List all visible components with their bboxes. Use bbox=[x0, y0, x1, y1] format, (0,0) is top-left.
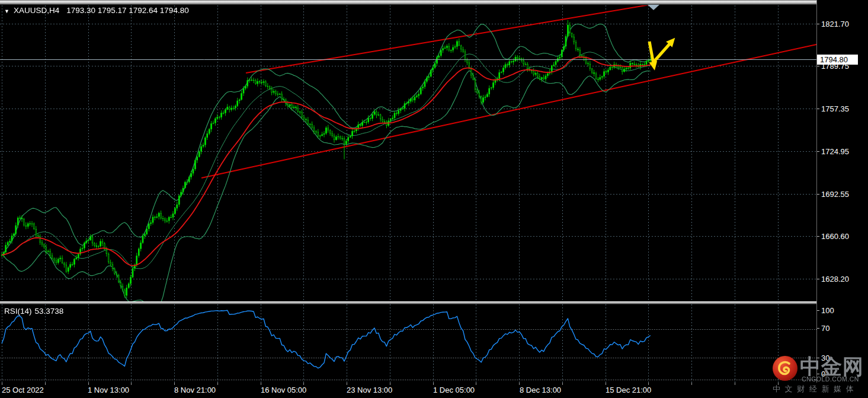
axis-tick bbox=[817, 24, 819, 24]
price-axis-label: 1821.70 bbox=[821, 20, 849, 28]
time-axis-tick bbox=[88, 383, 89, 385]
time-axis-tick bbox=[45, 383, 46, 385]
ohlc-values: 1793.30 1795.17 1792.64 1794.80 bbox=[66, 6, 188, 15]
symbol-dropdown-icon[interactable]: ▼ bbox=[4, 8, 9, 14]
time-axis-tick bbox=[347, 383, 347, 385]
rsi-indicator-canvas[interactable] bbox=[0, 304, 816, 383]
time-axis-tick bbox=[735, 383, 735, 385]
main-chart-canvas[interactable] bbox=[0, 0, 816, 301]
chart-title: ▼ XAUUSD,H4 1793.30 1795.17 1792.64 1794… bbox=[4, 6, 189, 15]
price-axis-label: 1724.95 bbox=[821, 147, 849, 156]
price-axis-label: 1660.60 bbox=[821, 232, 849, 241]
time-axis-label: 25 Oct 2022 bbox=[2, 386, 44, 394]
time-axis-tick bbox=[131, 383, 132, 385]
up-arrow-icon bbox=[652, 43, 671, 64]
chart-top-border bbox=[0, 0, 868, 5]
time-axis-tick bbox=[476, 383, 476, 385]
rsi-axis-label: 70 bbox=[821, 324, 829, 333]
symbol-period-label: XAUUSD,H4 bbox=[14, 6, 59, 15]
time-axis-label: 1 Dec 05:00 bbox=[433, 386, 475, 394]
chart-window: { "title": {"marker": "▼", "symbol": "XA… bbox=[0, 0, 868, 398]
time-axis-tick bbox=[778, 383, 779, 385]
axis-tick bbox=[817, 236, 819, 237]
time-axis-label: 8 Dec 13:00 bbox=[520, 386, 561, 394]
axis-tick bbox=[817, 109, 819, 109]
time-axis-tick bbox=[303, 383, 304, 385]
chart-shift-marker-icon[interactable] bbox=[648, 5, 659, 10]
price-axis-label: 1692.55 bbox=[821, 190, 849, 199]
time-axis-tick bbox=[648, 383, 649, 385]
time-axis-tick bbox=[217, 383, 218, 385]
time-axis[interactable]: 25 Oct 20221 Nov 13:008 Nov 21:0016 Nov … bbox=[0, 383, 868, 398]
time-axis-label: 15 Dec 21:00 bbox=[606, 386, 651, 394]
axis-tick bbox=[817, 151, 819, 152]
rsi-axis-label: 0 bbox=[821, 370, 825, 378]
axis-tick bbox=[817, 374, 819, 374]
time-axis-tick bbox=[174, 383, 175, 385]
rsi-indicator-label: RSI(14) 53.3738 bbox=[4, 307, 63, 316]
axis-tick bbox=[817, 194, 819, 195]
price-axis[interactable]: 1794.80 1821.701789.751757.351724.951692… bbox=[816, 0, 868, 383]
rsi-axis-label: 100 bbox=[821, 306, 834, 315]
time-axis-tick bbox=[433, 383, 434, 385]
axis-tick bbox=[817, 66, 819, 66]
time-axis-tick bbox=[519, 383, 520, 385]
time-axis-label: 23 Nov 13:00 bbox=[347, 386, 392, 394]
time-axis-label: 16 Nov 05:00 bbox=[261, 386, 306, 394]
price-axis-label: 1757.35 bbox=[821, 104, 849, 113]
panel-separator[interactable] bbox=[0, 301, 868, 304]
axis-tick bbox=[817, 358, 819, 358]
time-axis-label: 1 Nov 13:00 bbox=[88, 386, 129, 394]
time-axis-tick bbox=[2, 383, 2, 385]
axis-tick bbox=[817, 310, 819, 311]
time-axis-tick bbox=[261, 383, 261, 385]
time-axis-tick bbox=[562, 383, 563, 385]
time-axis-tick bbox=[691, 383, 692, 385]
time-axis-tick bbox=[390, 383, 390, 385]
rsi-axis-label: 30 bbox=[821, 354, 829, 362]
rsi-value: 53.3738 bbox=[35, 307, 64, 316]
axis-tick bbox=[817, 328, 819, 329]
trend-arrows-annotation[interactable] bbox=[643, 34, 681, 75]
rsi-name: RSI(14) bbox=[4, 307, 32, 316]
price-axis-label: 1628.20 bbox=[821, 275, 849, 284]
current-price-tag: 1794.80 bbox=[817, 55, 858, 65]
axis-tick bbox=[817, 279, 819, 279]
time-axis-tick bbox=[606, 383, 606, 385]
time-axis-label: 8 Nov 21:00 bbox=[174, 386, 216, 394]
